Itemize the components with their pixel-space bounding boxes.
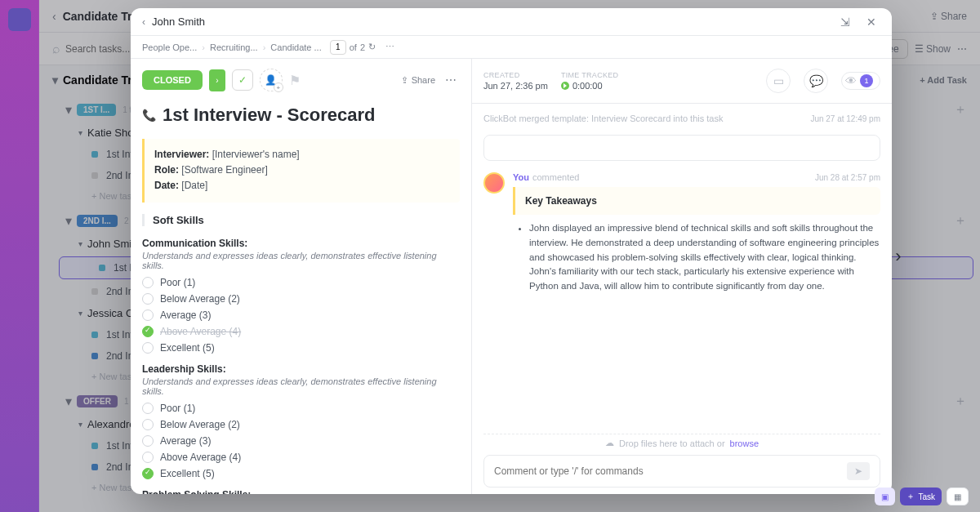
radio-icon[interactable] (142, 293, 154, 305)
skill-title: Communication Skills: (142, 238, 460, 249)
breadcrumb-item[interactable]: Candidate ... (270, 42, 321, 52)
created-meta: CREATED Jun 27, 2:36 pm (483, 71, 548, 91)
radio-icon[interactable] (142, 403, 154, 414)
comment-input[interactable] (494, 465, 847, 477)
radio-icon[interactable] (142, 452, 154, 463)
comment-author[interactable]: You (513, 172, 529, 182)
takeaway-box: Key Takeaways (513, 187, 880, 215)
task-modal: ‹ John Smith ⇲ ✕ People Ope... › Recruit… (131, 8, 892, 494)
watchers-pill[interactable]: 👁 1 (841, 72, 880, 90)
more-actions-icon[interactable]: ⋯ (442, 73, 460, 87)
priority-flag-icon[interactable]: ⚑ (289, 73, 304, 87)
drop-zone[interactable]: ☁ Drop files here to attach or browse (483, 434, 880, 455)
interviewer-label: Interviewer: (154, 149, 209, 160)
role-value: [Software Engineer] (181, 164, 267, 176)
breadcrumb: People Ope... › Recruiting... › Candidat… (131, 36, 892, 59)
share-button[interactable]: ⇪ Share (401, 75, 435, 86)
takeaway-heading: Key Takeaways (525, 195, 871, 207)
drop-text: Drop files here to attach or (619, 439, 725, 448)
status-button[interactable]: CLOSED (142, 70, 203, 90)
modal-left-panel: CLOSED › ✓ 👤+ ⚑ ⇪ Share ⋯ 📞 1st Intervie… (131, 59, 472, 494)
rating-option[interactable]: Above Average (4) (142, 326, 460, 337)
rating-option[interactable]: Below Average (2) (142, 419, 460, 430)
browse-link[interactable]: browse (730, 439, 759, 448)
rating-option[interactable]: Poor (1) (142, 403, 460, 414)
eye-icon: 👁 (845, 74, 857, 87)
system-activity-text: ClickBot merged template: Interview Scor… (483, 114, 810, 123)
system-activity-row: ClickBot merged template: Interview Scor… (483, 114, 880, 123)
tracked-value[interactable]: 0:00:00 (561, 81, 618, 91)
modal-top-bar: ‹ John Smith ⇲ ✕ (131, 8, 892, 36)
skill-block: Leadership Skills: Understands and expre… (142, 363, 460, 479)
skill-desc: Understands and expresses ideas clearly,… (142, 376, 460, 396)
radio-checked-icon[interactable] (142, 468, 154, 479)
rating-option[interactable]: Above Average (4) (142, 452, 460, 463)
pager-of-label: of (350, 42, 357, 52)
comment-time: Jun 28 at 2:57 pm (815, 173, 880, 182)
status-next-button[interactable]: › (209, 69, 225, 91)
minimize-icon[interactable]: ⇲ (836, 13, 854, 31)
breadcrumb-item[interactable]: Recruiting... (210, 42, 258, 52)
breadcrumb-item[interactable]: People Ope... (142, 42, 197, 52)
radio-icon[interactable] (142, 277, 154, 288)
skill-block: Communication Skills: Understands and ex… (142, 238, 460, 354)
avatar-icon[interactable] (483, 172, 505, 194)
inline-reply-bar[interactable] (483, 135, 880, 161)
section-heading: Soft Skills (153, 214, 460, 226)
assignee-add-button[interactable]: 👤+ (260, 69, 283, 91)
comment-verb: commented (532, 172, 579, 182)
close-icon[interactable]: ✕ (862, 13, 880, 31)
rating-option[interactable]: Excellent (5) (142, 342, 460, 354)
created-value: Jun 27, 2:36 pm (483, 81, 548, 91)
takeaway-list: John displayed an impressive blend of te… (513, 221, 880, 294)
chat-icon[interactable]: 💬 (804, 69, 828, 93)
date-value: [Date] (181, 180, 207, 191)
takeaway-bullet: John displayed an impressive blend of te… (529, 221, 880, 294)
modal-back-icon[interactable]: ‹ (142, 16, 145, 28)
radio-checked-icon[interactable] (142, 326, 154, 337)
role-label: Role: (154, 164, 179, 176)
chevron-right-icon: › (202, 42, 205, 52)
task-title[interactable]: 1st Interview - Scorecard (163, 105, 375, 126)
tracked-label: TIME TRACKED (561, 71, 618, 79)
date-icon[interactable]: ▭ (766, 69, 791, 93)
created-label: CREATED (483, 71, 548, 79)
status-complete-button[interactable]: ✓ (232, 69, 253, 91)
rating-option[interactable]: Poor (1) (142, 277, 460, 288)
rating-option[interactable]: Average (3) (142, 435, 460, 447)
phone-icon: 📞 (142, 109, 156, 122)
comment-input-bar[interactable]: ➤ (483, 455, 880, 488)
pager-next-icon[interactable]: ↻ (368, 42, 376, 52)
watchers-count: 1 (860, 74, 873, 87)
attach-icon: ☁ (605, 438, 614, 448)
rating-option[interactable]: Excellent (5) (142, 468, 460, 479)
pager-total: 2 (360, 42, 365, 52)
skill-title: Problem Solving Skills: (142, 489, 460, 494)
radio-icon[interactable] (142, 435, 154, 447)
modal-task-parent[interactable]: John Smith (152, 16, 205, 28)
modal-left-toolbar: CLOSED › ✓ 👤+ ⚑ ⇪ Share ⋯ (131, 59, 471, 98)
rating-option[interactable]: Average (3) (142, 309, 460, 321)
crumb-more-icon[interactable]: ⋯ (385, 42, 394, 52)
floating-buttons: ▣ ＋ Task ▦ (875, 488, 969, 505)
float-record-button[interactable]: ▣ (875, 488, 895, 505)
date-label: Date: (154, 180, 179, 191)
modal-right-toolbar: CREATED Jun 27, 2:36 pm TIME TRACKED 0:0… (472, 59, 892, 104)
radio-icon[interactable] (142, 309, 154, 321)
inline-reply-input[interactable] (494, 142, 870, 154)
modal-left-scroll[interactable]: 📞 1st Interview - Scorecard Interviewer:… (131, 98, 471, 494)
rating-option[interactable]: Below Average (2) (142, 293, 460, 305)
pager: of 2 ↻ (330, 40, 376, 55)
send-button[interactable]: ➤ (847, 462, 870, 480)
pager-input[interactable] (330, 40, 346, 55)
play-icon[interactable] (561, 82, 569, 90)
skill-title: Leadership Skills: (142, 363, 460, 375)
activity-area[interactable]: ClickBot merged template: Interview Scor… (472, 104, 892, 434)
radio-icon[interactable] (142, 419, 154, 430)
system-activity-time: Jun 27 at 12:49 pm (810, 114, 880, 123)
radio-icon[interactable] (142, 342, 154, 354)
float-task-button[interactable]: ＋ Task (900, 488, 942, 505)
modal-right-panel: CREATED Jun 27, 2:36 pm TIME TRACKED 0:0… (472, 59, 892, 494)
float-apps-button[interactable]: ▦ (947, 488, 969, 505)
next-task-arrow-icon[interactable]: › (887, 245, 910, 268)
